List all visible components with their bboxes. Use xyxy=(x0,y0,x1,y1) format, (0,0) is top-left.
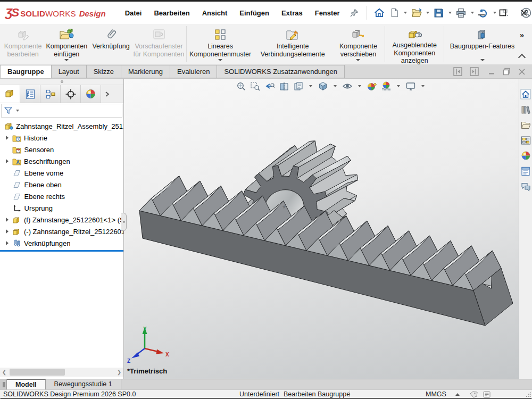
new-document-dropdown-icon[interactable] xyxy=(404,12,407,14)
solidworks-resources-button[interactable] xyxy=(520,88,531,99)
print-button[interactable] xyxy=(454,6,468,20)
new-document-button[interactable] xyxy=(387,6,401,20)
tree-item-sensoren[interactable]: Sensoren xyxy=(0,144,123,155)
tab-zusatzanwendungen[interactable]: SOLIDWORKS Zusatzanwendungen xyxy=(217,65,344,78)
hide-show-items-button[interactable] xyxy=(342,81,353,92)
view-orientation-button[interactable] xyxy=(318,81,328,92)
resize-grip[interactable] xyxy=(526,392,531,397)
edit-component-button[interactable]: Komponente bearbeiten xyxy=(2,24,44,64)
linear-pattern-dropdown-icon[interactable] xyxy=(218,59,222,61)
forum-button[interactable] xyxy=(520,181,531,192)
tree-item-zahnstange[interactable]: (f) Zahnstange_25122601<1> (Sta xyxy=(0,214,123,226)
assembly-model-canvas[interactable]: * xyxy=(124,79,518,379)
tab-configuration-manager[interactable] xyxy=(40,85,61,103)
panel-tabs-overflow-icon[interactable] xyxy=(101,85,113,103)
smart-fasteners-button[interactable]: Intelligente Verbindungselemente xyxy=(253,24,333,64)
rollback-bar[interactable] xyxy=(0,250,123,252)
maximize-window-button[interactable] xyxy=(499,9,506,16)
apply-scene-button[interactable] xyxy=(381,81,392,92)
annotation-views-button[interactable] xyxy=(293,81,304,92)
section-view-button[interactable] xyxy=(279,81,289,92)
expand-arrow-icon[interactable] xyxy=(6,159,9,163)
design-library-button[interactable] xyxy=(520,104,531,115)
tree-horizontal-scrollbar[interactable]: ❮ ❯ xyxy=(0,368,123,377)
expand-arrow-icon[interactable] xyxy=(6,229,9,234)
previous-view-button[interactable] xyxy=(264,81,275,92)
tree-item-zahnstange-ritzel[interactable]: (-) Zahnstange_Ritzel_25122601<1 xyxy=(0,226,123,237)
tree-item-ebene-vorne[interactable]: Ebene vorne xyxy=(0,167,123,179)
tab-property-manager[interactable] xyxy=(20,85,40,103)
expand-arrow-icon[interactable] xyxy=(6,136,9,140)
panel-flyout-handle[interactable] xyxy=(121,213,127,231)
menu-fenster[interactable]: Fenster xyxy=(315,9,340,17)
open-document-dropdown-icon[interactable] xyxy=(426,12,429,14)
pin-menu-icon[interactable] xyxy=(347,6,361,20)
show-hidden-components-button[interactable]: Ausgeblendete Komponenten anzeigen xyxy=(386,24,443,64)
file-explorer-button[interactable] xyxy=(520,119,531,130)
print-dropdown-icon[interactable] xyxy=(471,12,474,14)
custom-properties-button[interactable] xyxy=(520,165,531,177)
tree-item-ebene-rechts[interactable]: Ebene rechts xyxy=(0,190,123,202)
tab-splitter-grip[interactable] xyxy=(0,379,7,389)
tab-bewegungsstudie[interactable]: Bewegungsstudie 1 xyxy=(46,379,121,389)
tab-modell[interactable]: Modell xyxy=(7,379,46,389)
panel-splitter-handle[interactable] xyxy=(0,79,123,85)
mate-button[interactable]: Verknüpfung xyxy=(89,24,132,64)
view-palette-button[interactable] xyxy=(520,135,531,146)
tab-skizze[interactable]: Skizze xyxy=(87,65,121,78)
tab-feature-manager[interactable] xyxy=(0,85,20,103)
restore-document-button[interactable] xyxy=(503,68,511,76)
menu-bearbeiten[interactable]: Bearbeiten xyxy=(154,9,189,17)
menu-extras[interactable]: Extras xyxy=(281,9,303,17)
minimize-window-button[interactable] xyxy=(478,9,485,16)
tree-item-historie[interactable]: Historie xyxy=(0,132,123,144)
appearances-scenes-button[interactable] xyxy=(520,150,531,161)
units-selector[interactable]: MMGS xyxy=(426,390,446,398)
scrollbar-thumb[interactable] xyxy=(10,369,65,376)
tree-item-ursprung[interactable]: Ursprung xyxy=(0,202,123,214)
graphics-viewport[interactable]: * Y X Z *Trimetrisch xyxy=(124,79,519,379)
tag-icon[interactable] xyxy=(470,391,478,398)
insert-components-button[interactable]: Komponenten einfügen xyxy=(44,24,89,64)
save-button[interactable] xyxy=(432,6,446,20)
units-dropdown-icon[interactable] xyxy=(455,393,460,396)
assembly-features-dropdown-icon[interactable] xyxy=(480,59,485,61)
rack-and-pinion-model[interactable] xyxy=(139,141,513,326)
collapse-pane-left-button[interactable] xyxy=(453,67,462,76)
zoom-to-area-button[interactable] xyxy=(250,81,261,92)
tab-markierung[interactable]: Markierung xyxy=(121,65,170,78)
expand-arrow-icon[interactable] xyxy=(6,218,9,222)
menu-ansicht[interactable]: Ansicht xyxy=(202,9,228,17)
tree-item-ebene-oben[interactable]: Ebene oben xyxy=(0,179,123,190)
component-preview-window-button[interactable]: Vorschaufenster für Komponenten xyxy=(132,24,186,64)
zoom-to-fit-button[interactable] xyxy=(236,81,246,92)
move-component-button[interactable]: Komponente verschieben xyxy=(332,24,384,64)
expand-arrow-icon[interactable] xyxy=(6,241,9,245)
minimize-document-button[interactable] xyxy=(488,68,495,75)
save-dropdown-icon[interactable] xyxy=(448,12,452,14)
view-settings-button[interactable] xyxy=(405,81,416,92)
ribbon-overflow-button[interactable]: » xyxy=(520,30,524,39)
tree-filter-input[interactable] xyxy=(1,104,122,118)
annotations-note-icon[interactable] xyxy=(483,391,491,398)
close-window-button[interactable] xyxy=(520,9,528,16)
tree-item-beschriftungen[interactable]: Beschriftungen xyxy=(0,155,123,167)
hide-show-items-dropdown-icon[interactable] xyxy=(358,85,361,87)
filter-dropdown-icon[interactable] xyxy=(16,110,19,112)
scroll-left-icon[interactable]: ❮ xyxy=(0,369,9,375)
open-document-button[interactable] xyxy=(410,6,423,20)
insert-components-dropdown-icon[interactable] xyxy=(64,59,69,61)
move-component-dropdown-icon[interactable] xyxy=(356,59,360,61)
expand-pane-right-button[interactable] xyxy=(470,67,479,76)
tab-layout[interactable]: Layout xyxy=(52,65,87,78)
tab-baugruppe[interactable]: Baugruppe xyxy=(0,65,52,78)
ribbon-collapse-icon[interactable] xyxy=(518,54,526,61)
tab-display-manager[interactable] xyxy=(81,85,101,103)
tab-evaluieren[interactable]: Evaluieren xyxy=(170,65,217,78)
view-orientation-dropdown-icon[interactable] xyxy=(334,85,337,87)
apply-scene-dropdown-icon[interactable] xyxy=(397,85,400,87)
annotation-views-dropdown-icon[interactable] xyxy=(309,85,312,87)
view-settings-dropdown-icon[interactable] xyxy=(421,85,425,87)
tab-dimxpert-manager[interactable] xyxy=(61,85,81,103)
scroll-right-icon[interactable]: ❯ xyxy=(115,369,123,375)
